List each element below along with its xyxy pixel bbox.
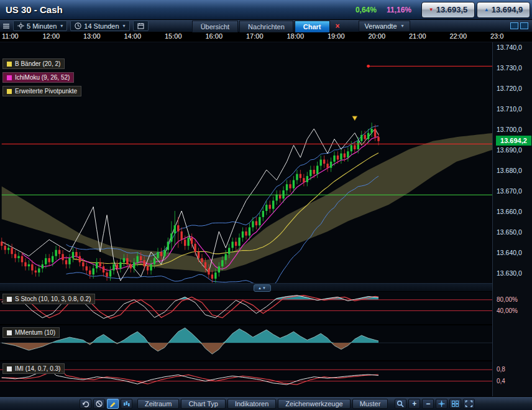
candle-body — [11, 248, 12, 254]
magnifier-icon[interactable] — [395, 399, 406, 409]
tab-nachrichten[interactable]: Nachrichten — [239, 21, 293, 32]
candle-body — [157, 252, 158, 258]
zoom-controls: + − — [395, 399, 475, 409]
candle-body — [214, 273, 216, 279]
imi-legend[interactable]: IMI (14, 0.7, 0.3) — [2, 363, 65, 374]
alert-marker — [352, 116, 357, 121]
candle-body — [126, 258, 128, 264]
candle-body — [347, 151, 349, 157]
expand-icon[interactable] — [463, 399, 475, 409]
legend-pivots[interactable]: Erweiterte Pivotpunkte — [2, 86, 81, 96]
candle-body — [310, 170, 311, 176]
time-label: 16:00 — [204, 32, 245, 42]
timeframe-select[interactable]: 5 Minuten ▾ — [13, 21, 67, 31]
candle-body — [245, 231, 247, 236]
candle-body — [14, 254, 16, 258]
momentum-plot — [0, 325, 492, 360]
tab-uebersicht[interactable]: Übersicht — [192, 21, 238, 32]
candle-body — [333, 156, 335, 162]
momentum-panel[interactable]: MMentum (10) — [0, 325, 492, 360]
price-label: 13.630,0 — [493, 269, 532, 277]
duration-select[interactable]: 14 Stunden ▾ — [70, 21, 129, 31]
clock-icon — [75, 22, 81, 29]
sell-price: 13.693,5 — [436, 5, 468, 14]
price-label: 13.720,0 — [493, 85, 532, 92]
list-icon[interactable] — [2, 23, 10, 29]
bottom-toolbar: ZeitraumChart TypIndikatorenZeichenwerkz… — [0, 396, 532, 410]
indicator-legends: B Bänder (20, 2) IchiMoku (9, 26, 52) Er… — [2, 58, 81, 96]
legend-swatch-icon — [7, 62, 12, 67]
time-label: 12:00 — [41, 32, 82, 42]
legend-swatch-icon — [7, 330, 12, 335]
candle-body — [137, 256, 139, 263]
legend-ichimoku[interactable]: IchiMoku (9, 26, 52) — [2, 72, 74, 83]
close-icon[interactable]: × — [336, 22, 340, 30]
candle-body — [225, 254, 227, 260]
candle-body — [235, 242, 237, 246]
candle-body — [65, 260, 67, 264]
candle-body — [208, 268, 209, 274]
candle-body — [123, 258, 125, 263]
candle-body — [147, 266, 149, 271]
candle-body — [275, 195, 277, 201]
chart-typ-button[interactable]: Chart Typ — [181, 399, 226, 409]
buy-price-button[interactable]: ▲ 13.694,9 — [477, 2, 530, 18]
pencil-icon[interactable] — [107, 399, 119, 409]
plus-icon[interactable]: + — [408, 399, 420, 409]
stoch-legend[interactable]: S Stoch (10, 10, 3, 0.8, 0.2) — [2, 294, 95, 304]
momentum-legend[interactable]: MMentum (10) — [2, 327, 60, 338]
candle-body — [99, 263, 101, 267]
candle-body — [167, 242, 169, 250]
candle-body — [116, 264, 118, 269]
candle-body — [4, 246, 6, 250]
candle-body — [160, 252, 162, 256]
related-dropdown[interactable]: Verwandte ▾ — [359, 21, 410, 32]
panel-maximize-icon[interactable] — [520, 22, 528, 29]
caret-down-icon: ▾ — [401, 23, 404, 29]
candle-body — [265, 205, 267, 211]
candle-body — [221, 260, 223, 266]
price-axis-labels: 13.740,013.730,013.720,013.710,013.700,0… — [493, 42, 532, 283]
zeichenwerkzeuge-button[interactable]: Zeichenwerkzeuge — [278, 399, 350, 409]
sell-price-button[interactable]: ▼ 13.693,5 — [421, 2, 475, 18]
stoch-lower-threshold-label: 40,00% — [493, 307, 532, 314]
calendar-button[interactable] — [133, 21, 149, 31]
minus-icon[interactable]: − — [422, 399, 434, 409]
muster-button[interactable]: Muster — [352, 399, 388, 409]
undo-icon[interactable] — [80, 399, 91, 409]
price-axis[interactable]: 13.740,013.730,013.720,013.710,013.700,0… — [492, 42, 532, 396]
sell-arrow-icon: ▼ — [429, 7, 434, 12]
candle-body — [48, 258, 50, 263]
toolbar-buttons: ZeitraumChart TypIndikatorenZeichenwerkz… — [137, 399, 388, 409]
stochastic-panel[interactable]: S Stoch (10, 10, 3, 0.8, 0.2) — [0, 292, 492, 324]
chart-toolbar: 5 Minuten ▾ 14 Stunden ▾ ÜbersichtNachri… — [0, 20, 532, 32]
time-label: 17:00 — [244, 32, 285, 42]
candle-body — [35, 271, 37, 273]
panel-splitter[interactable]: ▲▼ — [0, 283, 492, 292]
indikatoren-button[interactable]: Indikatoren — [227, 399, 276, 409]
split-handle-icon[interactable]: ▲▼ — [254, 284, 271, 292]
legend-bollinger[interactable]: B Bänder (20, 2) — [2, 58, 65, 69]
slash-circle-icon[interactable] — [93, 399, 105, 409]
panel-layout-icon[interactable] — [510, 22, 518, 29]
tab-chart[interactable]: Chart — [295, 21, 330, 32]
candle-body — [191, 238, 193, 244]
instrument-title: US 30 - Cash — [0, 4, 63, 15]
candle-body — [58, 250, 60, 254]
zeitraum-button[interactable]: Zeitraum — [137, 399, 179, 409]
candle-body — [133, 263, 135, 269]
candlestick-icon[interactable] — [121, 399, 132, 409]
grid-icon[interactable] — [449, 399, 461, 409]
move-icon[interactable] — [436, 399, 447, 409]
price-label: 13.640,0 — [493, 249, 532, 256]
momentum-negative-area — [2, 343, 378, 354]
candle-body — [130, 264, 132, 269]
time-label: 14:00 — [122, 32, 163, 42]
caret-down-icon: ▾ — [123, 23, 126, 29]
candle-body — [119, 263, 121, 269]
candle-body — [354, 145, 355, 149]
caret-down-icon: ▾ — [60, 23, 63, 29]
main-chart-area[interactable]: B Bänder (20, 2) IchiMoku (9, 26, 52) Er… — [0, 42, 492, 283]
imi-panel[interactable]: IMI (14, 0.7, 0.3) — [0, 361, 492, 396]
candle-body — [204, 263, 206, 269]
